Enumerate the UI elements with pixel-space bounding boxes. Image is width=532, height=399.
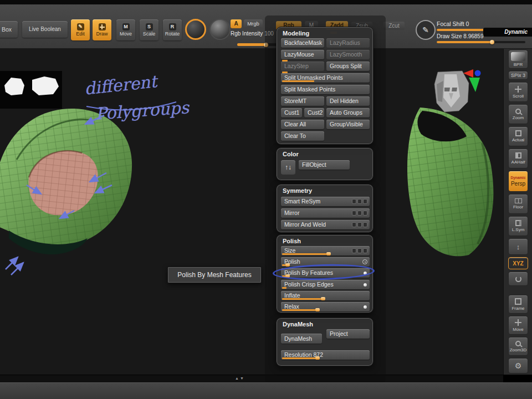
clear-to-button[interactable]: Clear To [281,131,324,141]
updown-button[interactable]: ↕ [508,238,528,255]
dynamesh-button[interactable]: DynaMesh [281,334,322,344]
clear-all-button[interactable]: Clear All [281,120,324,129]
polish-crisp-edges-slider[interactable]: Polish Crisp Edges [281,280,370,289]
scale-button[interactable]: S Scale [140,19,158,40]
title-strip [0,0,532,4]
box-button[interactable]: Box [0,21,18,38]
polish-toggle-icon[interactable] [362,259,367,264]
edit-icon: ✎ [77,23,84,30]
dynamesh-panel: DynaMesh Project DynaMesh Resolution 872 [276,318,374,366]
viewport-graphics [0,49,503,375]
rotate-arrows-icon [515,276,521,282]
lazymouse-button[interactable]: LazyMouse [281,50,324,59]
pan-icon [515,86,521,93]
draw-icon [99,23,106,30]
auto-groups-button[interactable]: Auto Groups [326,108,370,117]
symmetry-panel: Symmetry Smart ReSym Mirror Mirror And W… [276,184,374,233]
spix-button[interactable]: SPix 3 [508,71,528,80]
size-slider[interactable]: Size [281,246,370,255]
groups-split-button[interactable]: Groups Split [326,62,370,71]
draw-size-slider[interactable] [437,41,525,43]
move-button[interactable]: M Move [116,19,135,40]
resolution-slider[interactable]: Resolution 872 [281,350,370,360]
actual-button[interactable]: Actual [508,126,528,146]
mirror-and-weld-button[interactable]: Mirror And Weld [281,220,370,229]
stroke-type-icon[interactable] [209,19,231,40]
dynamic-mode-badge: Dynamic [483,28,532,37]
stroke-curve-icon[interactable]: ✎ [416,20,436,40]
hotkey-icons [352,199,367,204]
rotate-gyro-icon: R [169,23,176,30]
draw-size-label: Draw Size 8.96859 [437,33,484,39]
color-panel: Color ↑↓ FillObject [276,147,374,181]
lazystep-button[interactable]: LazyStep [281,62,324,71]
half-size-icon [515,152,521,158]
bpr-render-icon [511,52,525,61]
lazyradius-button[interactable]: LazyRadius [326,38,370,48]
viewport-canvas[interactable]: different Polygroups [0,49,503,375]
polish-title: Polish [283,238,301,244]
floor-button[interactable]: Floor [508,194,528,214]
hotkey-icons [352,248,367,253]
tooltip: Polish By Mesh Features [167,267,262,283]
current-brush-icon[interactable] [185,19,206,40]
project-button[interactable]: Project [326,329,370,339]
settings-button[interactable]: ⚙ [508,358,528,374]
scroll-button[interactable]: Scroll [508,82,528,102]
symmetry-title: Symmetry [283,187,312,194]
fillobject-button[interactable]: FillObject [299,160,350,170]
relax-toggle-icon[interactable] [364,305,367,309]
mrgb-button[interactable]: Mrgb [244,19,263,28]
spin-button[interactable] [508,272,528,286]
polish-crisp-edges-toggle-icon[interactable] [364,283,367,287]
smart-resym-button[interactable]: Smart ReSym [281,197,370,206]
scale-gyro-icon: S [146,23,153,30]
cust1-button[interactable]: Cust1 [281,108,302,117]
zbrush-window: Box Live Boolean ✎ Edit Draw M Move S Sc… [0,0,532,399]
cowl-mesh [407,108,493,256]
aahalf-button[interactable]: AAHalf [508,149,528,168]
head-preview [434,71,469,112]
move-gyro-icon: M [122,23,130,30]
lazysmooth-button[interactable]: LazySmooth [326,50,370,59]
flip-color-button[interactable]: ↑↓ [281,160,295,175]
frame-button[interactable]: Frame [508,295,528,314]
zoom-button[interactable]: Zoom [508,104,528,124]
backfacemask-button[interactable]: BackfaceMask [281,38,324,48]
edit-button[interactable]: ✎ Edit [71,19,90,40]
focal-shift-label: Focal Shift 0 [437,21,469,27]
zcut-button[interactable]: Zcut [383,22,405,30]
cust2-button[interactable]: Cust2 [304,108,324,117]
gear-icon: ⚙ [515,361,522,370]
frame-icon [515,298,521,305]
groupvisible-button[interactable]: GroupVisible [326,120,370,129]
dynamesh-title: DynaMesh [283,321,313,328]
xyz-button[interactable]: XYZ [508,257,528,269]
draw-button[interactable]: Draw [93,19,111,40]
magnifier-icon [515,109,521,114]
flip-icon: ↑↓ [285,163,291,171]
move-3d-button[interactable]: Move [508,316,528,335]
mask-thumbnail [0,71,62,109]
zoom3d-button[interactable]: Zoom3D [508,337,528,356]
lsym-button[interactable]: L.Sym [508,216,528,236]
mirror-button[interactable]: Mirror [281,208,370,218]
persp-button[interactable]: Dynamic Persp [508,171,528,192]
hood-mesh [0,109,132,254]
inflate-slider[interactable]: Inflate [281,291,370,300]
live-boolean-button[interactable]: Live Boolean [22,21,68,38]
canvas-scrollbar[interactable]: ▲▼ [0,375,503,382]
split-unmasked-points-button[interactable]: Split Unmasked Points [281,73,370,83]
local-symmetry-icon [515,220,521,226]
bpr-button[interactable]: BPR [508,50,528,69]
zoom3d-icon [515,341,521,346]
hotkey-icons [352,222,367,227]
scrollbar-arrows-icon[interactable]: ▲▼ [235,376,245,380]
right-shelf: BPR SPix 3 Scroll Zoom Actual AAHalf Dyn… [503,49,532,375]
del-hidden-button[interactable]: Del Hidden [326,96,370,106]
rotate-button[interactable]: R Rotate [163,19,182,40]
storemt-button[interactable]: StoreMT [281,96,324,106]
split-masked-points-button[interactable]: Split Masked Points [281,85,370,94]
relax-slider[interactable]: Relax [281,302,370,311]
alpha-button[interactable]: A [231,19,242,28]
